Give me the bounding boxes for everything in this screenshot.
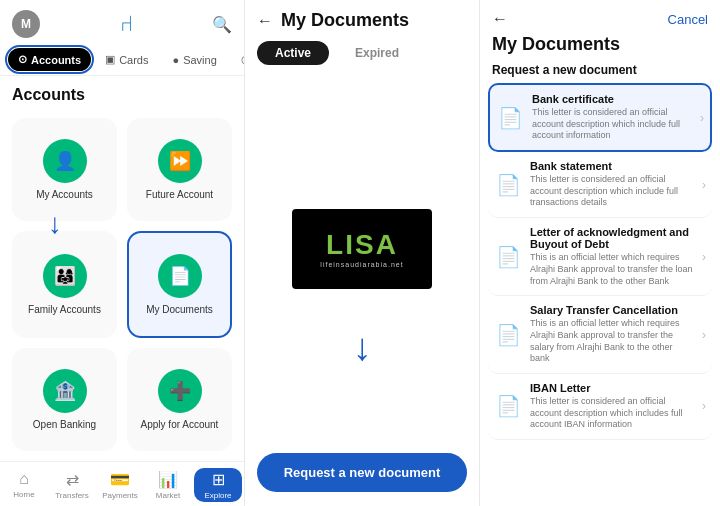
nav-transfers-label: Transfers xyxy=(55,491,89,500)
bottom-nav: ⌂ Home ⇄ Transfers 💳 Payments 📊 Market ⊞… xyxy=(0,461,244,506)
left-panel: M ⑁ 🔍 ⊙ Accounts ▣ Cards ● Saving ◎ Fina… xyxy=(0,0,245,506)
home-icon: ⌂ xyxy=(19,470,29,488)
doc-file-icon-2: 📄 xyxy=(494,171,522,199)
right-back-button[interactable]: ← xyxy=(492,10,508,28)
nav-home[interactable]: ⌂ Home xyxy=(0,468,48,502)
family-accounts-label: Family Accounts xyxy=(28,304,101,315)
right-title: My Documents xyxy=(480,32,720,61)
doc-title-2: Bank statement xyxy=(530,160,694,172)
market-icon: 📊 xyxy=(158,470,178,489)
tab-cards-label: Cards xyxy=(119,54,148,66)
cancel-button[interactable]: Cancel xyxy=(668,12,708,27)
grid-my-accounts[interactable]: 👤 My Accounts xyxy=(12,118,117,221)
doc-title-3: Letter of acknowledgment and Buyout of D… xyxy=(530,226,694,250)
nav-market[interactable]: 📊 Market xyxy=(144,468,192,502)
explore-icon: ⊞ xyxy=(212,470,225,489)
transfers-icon: ⇄ xyxy=(66,470,79,489)
doc-item-bank-certificate[interactable]: 📄 Bank certificate This letter is consid… xyxy=(488,83,712,152)
mid-down-arrow: ↓ xyxy=(353,326,372,369)
doc-desc-3: This is an official letter which require… xyxy=(530,252,694,287)
nav-transfers[interactable]: ⇄ Transfers xyxy=(48,468,96,502)
doc-title-4: Salary Transfer Cancellation xyxy=(530,304,694,316)
request-new-document-button[interactable]: Request a new document xyxy=(257,453,467,492)
nav-explore[interactable]: ⊞ Explore xyxy=(194,468,242,502)
my-accounts-label: My Accounts xyxy=(36,189,93,200)
chevron-icon-2: › xyxy=(702,178,706,192)
doc-desc-5: This letter is considered an official ac… xyxy=(530,396,694,431)
open-banking-label: Open Banking xyxy=(33,419,96,430)
tab-cards[interactable]: ▣ Cards xyxy=(95,48,158,71)
accounts-section-title: Accounts xyxy=(0,76,244,108)
tab-accounts-label: Accounts xyxy=(31,54,81,66)
tab-expired[interactable]: Expired xyxy=(337,41,417,65)
my-documents-icon: 📄 xyxy=(158,254,202,298)
lisa-text: LISA xyxy=(326,229,398,261)
tab-bar: ⊙ Accounts ▣ Cards ● Saving ◎ Finan xyxy=(0,44,244,76)
payments-icon: 💳 xyxy=(110,470,130,489)
tab-cards-icon: ▣ xyxy=(105,53,115,66)
doc-item-iban[interactable]: 📄 IBAN Letter This letter is considered … xyxy=(488,374,712,440)
grid-future-account[interactable]: ⏩ Future Account xyxy=(127,118,232,221)
doc-item-salary-transfer[interactable]: 📄 Salary Transfer Cancellation This is a… xyxy=(488,296,712,374)
nav-market-label: Market xyxy=(156,491,180,500)
chevron-icon-4: › xyxy=(702,328,706,342)
chevron-icon-5: › xyxy=(702,399,706,413)
doc-desc-1: This letter is considered an official ac… xyxy=(532,107,692,142)
accounts-grid: 👤 My Accounts ⏩ Future Account 👨‍👩‍👧 Fam… xyxy=(0,108,244,461)
search-icon[interactable]: 🔍 xyxy=(212,15,232,34)
my-documents-label: My Documents xyxy=(146,304,213,315)
nav-home-label: Home xyxy=(13,490,34,499)
doc-desc-2: This letter is considered an official ac… xyxy=(530,174,694,209)
doc-text-4: Salary Transfer Cancellation This is an … xyxy=(530,304,694,365)
doc-file-icon-5: 📄 xyxy=(494,392,522,420)
future-account-label: Future Account xyxy=(146,189,213,200)
tab-finance[interactable]: ◎ Finan xyxy=(231,48,244,71)
doc-title-1: Bank certificate xyxy=(532,93,692,105)
doc-text-5: IBAN Letter This letter is considered an… xyxy=(530,382,694,431)
tab-accounts-icon: ⊙ xyxy=(18,53,27,66)
apply-account-icon: ➕ xyxy=(158,369,202,413)
document-list: 📄 Bank certificate This letter is consid… xyxy=(480,83,720,506)
doc-desc-4: This is an official letter which require… xyxy=(530,318,694,365)
grid-my-documents[interactable]: 📄 My Documents xyxy=(127,231,232,338)
apply-account-label: Apply for Account xyxy=(141,419,219,430)
doc-tab-toggle: Active Expired xyxy=(245,35,479,71)
doc-item-bank-statement[interactable]: 📄 Bank statement This letter is consider… xyxy=(488,152,712,218)
lisa-watermark: LISA lifeinsaudiarabia.net xyxy=(292,209,432,289)
tab-active[interactable]: Active xyxy=(257,41,329,65)
nav-explore-label: Explore xyxy=(204,491,231,500)
mid-back-button[interactable]: ← xyxy=(257,12,273,30)
tab-accounts[interactable]: ⊙ Accounts xyxy=(8,48,91,71)
nav-payments[interactable]: 💳 Payments xyxy=(96,468,144,502)
right-panel: ← Cancel My Documents Request a new docu… xyxy=(480,0,720,506)
my-accounts-icon: 👤 xyxy=(43,139,87,183)
doc-file-icon-1: 📄 xyxy=(496,104,524,132)
mid-title: My Documents xyxy=(281,10,409,31)
grid-open-banking[interactable]: 🏦 Open Banking xyxy=(12,348,117,451)
chevron-icon-3: › xyxy=(702,250,706,264)
mid-content: LISA lifeinsaudiarabia.net ↓ xyxy=(245,71,479,506)
accounts-arrow-indicator: ↓ xyxy=(48,208,62,240)
future-account-icon: ⏩ xyxy=(158,139,202,183)
tab-saving-icon: ● xyxy=(172,54,179,66)
tab-saving[interactable]: ● Saving xyxy=(162,48,226,71)
tab-finance-icon: ◎ xyxy=(241,53,244,66)
left-header: M ⑁ 🔍 xyxy=(0,0,244,44)
doc-text-3: Letter of acknowledgment and Buyout of D… xyxy=(530,226,694,287)
lisa-sub: lifeinsaudiarabia.net xyxy=(320,261,403,268)
tab-saving-label: Saving xyxy=(183,54,217,66)
grid-family-accounts[interactable]: 👨‍👩‍👧 Family Accounts xyxy=(12,231,117,338)
doc-text-2: Bank statement This letter is considered… xyxy=(530,160,694,209)
chevron-icon-1: › xyxy=(700,111,704,125)
middle-panel: ← My Documents Active Expired LISA lifei… xyxy=(245,0,480,506)
avatar: M xyxy=(12,10,40,38)
open-banking-icon: 🏦 xyxy=(43,369,87,413)
section-label: Request a new document xyxy=(480,61,720,83)
doc-file-icon-3: 📄 xyxy=(494,243,522,271)
doc-file-icon-4: 📄 xyxy=(494,321,522,349)
grid-apply-account[interactable]: ➕ Apply for Account xyxy=(127,348,232,451)
family-accounts-icon: 👨‍👩‍👧 xyxy=(43,254,87,298)
doc-item-acknowledgment[interactable]: 📄 Letter of acknowledgment and Buyout of… xyxy=(488,218,712,296)
right-header: ← Cancel xyxy=(480,0,720,32)
logo-icon: ⑁ xyxy=(120,11,133,37)
